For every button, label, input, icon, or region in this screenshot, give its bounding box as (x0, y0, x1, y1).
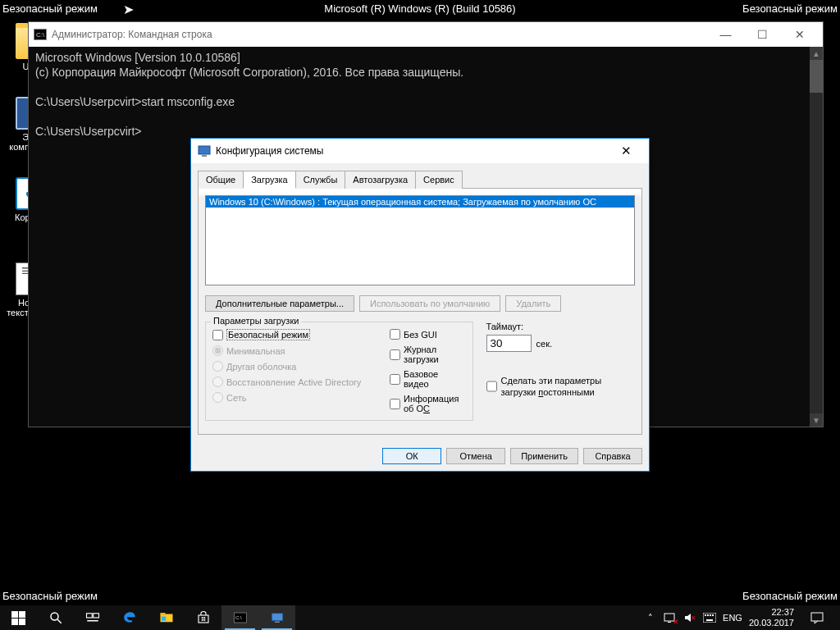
msconfig-icon (198, 144, 211, 158)
tab-strip: Общие Загрузка Службы Автозагрузка Серви… (191, 163, 649, 188)
edge-icon (122, 610, 137, 625)
svg-rect-22 (703, 613, 716, 623)
svg-rect-13 (201, 619, 203, 621)
svg-rect-25 (710, 614, 711, 616)
scroll-down-icon[interactable]: ▼ (810, 413, 823, 427)
cmd-icon: C:\ (34, 29, 47, 40)
svg-rect-8 (160, 613, 165, 615)
safemode-label-tl: Безопасный режим (2, 2, 98, 15)
os-entry[interactable]: Windows 10 (C:\Windows) : Текущая операц… (206, 196, 634, 208)
help-button[interactable]: Справка (583, 448, 642, 464)
svg-rect-5 (93, 614, 98, 618)
svg-rect-12 (203, 617, 205, 619)
set-default-button: Использовать по умолчанию (359, 295, 500, 312)
svg-line-3 (57, 619, 62, 623)
tray-network-icon[interactable] (664, 611, 677, 624)
make-permanent-checkbox[interactable]: Сделать эти параметрызагрузки постоянным… (486, 375, 635, 398)
boot-options-label: Параметры загрузки (211, 316, 301, 326)
os-listbox[interactable]: Windows 10 (C:\Windows) : Текущая операц… (205, 195, 635, 285)
taskbar-msconfig[interactable] (258, 605, 295, 630)
ok-button[interactable]: ОК (382, 448, 441, 464)
nogui-checkbox[interactable]: Без GUI (390, 329, 466, 340)
svg-rect-18 (275, 622, 280, 623)
svg-text:✕: ✕ (691, 614, 696, 622)
cmd-titlebar[interactable]: C:\ Администратор: Командная строка — ☐ … (29, 22, 823, 47)
build-label: Microsoft (R) Windows (R) (Build 10586) (324, 2, 515, 15)
cancel-button[interactable]: Отмена (446, 448, 505, 464)
radio-altshell: Другая оболочка (212, 361, 377, 372)
tray-language[interactable]: ENG (723, 613, 742, 623)
timeout-label: Таймаут: (486, 322, 635, 331)
svg-rect-28 (811, 613, 823, 621)
taskbar: C:\ ˄ ✕ ENG 22:37 20.03.2017 (0, 605, 840, 630)
cmd-scrollbar[interactable]: ▲ ▼ (810, 47, 823, 427)
system-tray: ˄ ✕ ENG 22:37 20.03.2017 (637, 605, 840, 630)
svg-rect-26 (712, 614, 714, 616)
scroll-up-icon[interactable]: ▲ (810, 47, 823, 60)
tab-boot[interactable]: Загрузка (243, 171, 295, 189)
radio-network: Сеть (212, 392, 377, 403)
tray-notifications-icon[interactable] (801, 605, 833, 630)
tray-volume-icon[interactable]: ✕ (683, 611, 696, 624)
task-view-button[interactable] (74, 605, 111, 630)
safemode-label-tr: Безопасный режим (742, 2, 838, 15)
tab-startup[interactable]: Автозагрузка (345, 171, 416, 189)
minimize-button[interactable]: — (707, 23, 744, 47)
apply-button[interactable]: Применить (510, 448, 578, 464)
osinfo-checkbox[interactable]: Информация об ОС (390, 394, 466, 413)
boot-options-group: Параметры загрузки Безопасный режим Мини… (205, 322, 473, 421)
svg-rect-9 (162, 617, 166, 621)
svg-rect-23 (705, 614, 706, 616)
timeout-input[interactable] (486, 335, 532, 352)
svg-rect-4 (86, 614, 92, 618)
svg-rect-20 (668, 622, 671, 623)
svg-rect-24 (707, 614, 709, 616)
tray-chevron-up-icon[interactable]: ˄ (644, 611, 657, 624)
search-button[interactable] (37, 605, 74, 630)
taskbar-explorer[interactable] (148, 605, 185, 630)
dialog-close-button[interactable]: ✕ (609, 139, 642, 162)
explorer-icon (159, 610, 174, 625)
scroll-thumb[interactable] (810, 60, 823, 93)
advanced-options-button[interactable]: Дополнительные параметры... (205, 295, 354, 312)
safe-boot-checkbox[interactable]: Безопасный режим (212, 329, 377, 340)
msconfig-taskbar-icon (270, 610, 285, 625)
svg-rect-19 (664, 614, 674, 621)
radio-ad-repair: Восстановление Active Directory (212, 377, 377, 387)
delete-button: Удалить (505, 295, 561, 312)
safemode-label-br: Безопасный режим (742, 590, 838, 602)
svg-rect-17 (272, 614, 283, 621)
task-view-icon (85, 610, 100, 625)
timeout-unit: сек. (536, 339, 553, 349)
svg-text:C:\: C:\ (235, 615, 242, 620)
taskbar-cmd[interactable]: C:\ (221, 605, 258, 630)
svg-rect-11 (201, 617, 203, 619)
tab-general[interactable]: Общие (198, 171, 244, 189)
maximize-button[interactable]: ☐ (744, 23, 781, 47)
svg-point-2 (51, 613, 58, 620)
basevideo-checkbox[interactable]: Базовое видео (390, 369, 466, 389)
cmd-title-text: Администратор: Командная строка (52, 29, 707, 40)
bootlog-checkbox[interactable]: Журнал загрузки (390, 345, 466, 364)
svg-rect-27 (706, 619, 713, 621)
tray-clock[interactable]: 22:37 20.03.2017 (749, 607, 794, 628)
svg-rect-10 (199, 615, 208, 623)
close-button[interactable]: ✕ (781, 23, 818, 47)
start-button[interactable] (0, 605, 37, 630)
windows-logo-icon (11, 611, 25, 625)
dialog-titlebar[interactable]: Конфигурация системы ✕ (191, 139, 649, 163)
safemode-label-bl: Безопасный режим (2, 590, 98, 602)
mouse-cursor-icon: ➤ (123, 2, 134, 17)
taskbar-edge[interactable] (111, 605, 148, 630)
taskbar-store[interactable] (185, 605, 221, 630)
store-icon (196, 610, 211, 625)
cmd-output[interactable]: Microsoft Windows [Version 10.0.10586] (… (29, 47, 823, 142)
tab-tools[interactable]: Сервис (415, 171, 463, 189)
svg-rect-14 (203, 619, 205, 621)
msconfig-dialog: Конфигурация системы ✕ Общие Загрузка Сл… (190, 138, 650, 472)
cmd-icon: C:\ (233, 610, 248, 625)
svg-rect-6 (87, 620, 98, 622)
tab-services[interactable]: Службы (295, 171, 346, 189)
tray-keyboard-icon[interactable] (703, 611, 716, 624)
search-icon (48, 610, 63, 625)
